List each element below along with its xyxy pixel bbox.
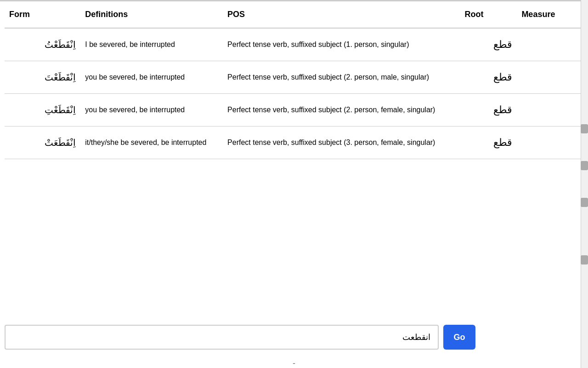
table-header-row: Form Definitions POS Root Measure bbox=[5, 1, 583, 28]
search-input[interactable] bbox=[5, 325, 439, 350]
table-container: Form Definitions POS Root Measure اِنْقَ… bbox=[0, 1, 588, 159]
cell-measure-3 bbox=[517, 126, 583, 159]
cell-measure-1 bbox=[517, 61, 583, 94]
col-header-pos: POS bbox=[223, 1, 460, 28]
go-button[interactable]: Go bbox=[443, 325, 475, 350]
cell-form-0: اِنْقَطَعْتُ bbox=[5, 28, 80, 61]
cell-root-2: قطع bbox=[460, 94, 517, 126]
main-table: Form Definitions POS Root Measure اِنْقَ… bbox=[5, 1, 583, 159]
table-row: اِنْقَطَعْتُI be severed, be interrupted… bbox=[5, 28, 583, 61]
table-row: اِنْقَطَعَتْit/they/she be severed, be i… bbox=[5, 126, 583, 159]
table-row: اِنْقَطَعْتِyou be severed, be interrupt… bbox=[5, 94, 583, 126]
cell-pos-1: Perfect tense verb, suffixed subject (2.… bbox=[223, 61, 460, 94]
scrollbar-thumb-2[interactable] bbox=[581, 161, 588, 170]
cell-form-2: اِنْقَطَعْتِ bbox=[5, 94, 80, 126]
cell-root-0: قطع bbox=[460, 28, 517, 61]
cell-form-1: اِنْقَطَعْتَ bbox=[5, 61, 80, 94]
cell-definition-1: you be severed, be interrupted bbox=[80, 61, 223, 94]
col-header-root: Root bbox=[460, 1, 517, 28]
col-header-form: Form bbox=[5, 1, 80, 28]
cell-measure-0 bbox=[517, 28, 583, 61]
col-header-definitions: Definitions bbox=[80, 1, 223, 28]
cell-pos-0: Perfect tense verb, suffixed subject (1.… bbox=[223, 28, 460, 61]
cell-pos-2: Perfect tense verb, suffixed subject (2.… bbox=[223, 94, 460, 126]
scrollbar-thumb-4[interactable] bbox=[581, 255, 588, 264]
scrollbar-thumb-3[interactable] bbox=[581, 198, 588, 207]
cell-pos-3: Perfect tense verb, suffixed subject (3.… bbox=[223, 126, 460, 159]
cell-root-3: قطع bbox=[460, 126, 517, 159]
cell-definition-3: it/they/she be severed, be interrupted bbox=[80, 126, 223, 159]
cell-form-3: اِنْقَطَعَتْ bbox=[5, 126, 80, 159]
cell-definition-2: you be severed, be interrupted bbox=[80, 94, 223, 126]
cell-definition-0: I be severed, be interrupted bbox=[80, 28, 223, 61]
scrollbar-thumb-1[interactable] bbox=[581, 124, 588, 133]
bottom-area: Go bbox=[0, 325, 588, 350]
page-wrapper: Form Definitions POS Root Measure اِنْقَ… bbox=[0, 0, 588, 368]
table-row: اِنْقَطَعْتَyou be severed, be interrupt… bbox=[5, 61, 583, 94]
cell-measure-2 bbox=[517, 94, 583, 126]
bottom-text: ـ bbox=[0, 358, 588, 366]
cell-root-1: قطع bbox=[460, 61, 517, 94]
scrollbar-area[interactable] bbox=[581, 0, 588, 368]
col-header-measure: Measure bbox=[517, 1, 583, 28]
